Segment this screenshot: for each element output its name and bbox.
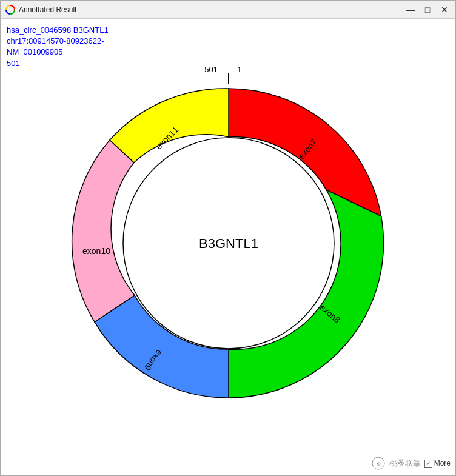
- content-area: hsa_circ_0046598 B3GNTL1 chr17:80914570-…: [1, 19, 455, 475]
- watermark-logo-icon: ⚙: [371, 456, 386, 471]
- exon7-label: exon7: [1, 19, 12, 21]
- marker-501-label: 501: [204, 65, 218, 74]
- svg-text:⚙: ⚙: [376, 461, 380, 467]
- window-controls: — □ ✕: [404, 5, 451, 14]
- more-label: More: [434, 459, 451, 468]
- exon10-text-label: exon10: [82, 246, 110, 256]
- watermark-text: 桃圈联靠: [389, 458, 421, 469]
- center-label: B3GNTL1: [199, 236, 258, 251]
- main-window: Annottated Result — □ ✕ hsa_circ_0046598…: [0, 0, 456, 476]
- app-icon: [5, 5, 15, 15]
- minimize-button[interactable]: —: [404, 5, 417, 14]
- window-title: Annottated Result: [19, 5, 404, 14]
- titlebar: Annottated Result — □ ✕: [1, 1, 455, 19]
- more-checkbox[interactable]: ✓ More: [424, 459, 451, 468]
- chart-container: B3GNTL1 501 1 exon7 exon7 exon8 exon9: [1, 19, 455, 475]
- watermark: ⚙ 桃圈联靠 ✓ More: [371, 456, 451, 471]
- circular-chart: B3GNTL1 501 1 exon7 exon7 exon8 exon9: [1, 19, 455, 461]
- marker-1-label: 1: [237, 65, 241, 74]
- close-button[interactable]: ✕: [438, 5, 451, 14]
- checkbox-icon[interactable]: ✓: [424, 460, 432, 468]
- maximize-button[interactable]: □: [421, 5, 434, 14]
